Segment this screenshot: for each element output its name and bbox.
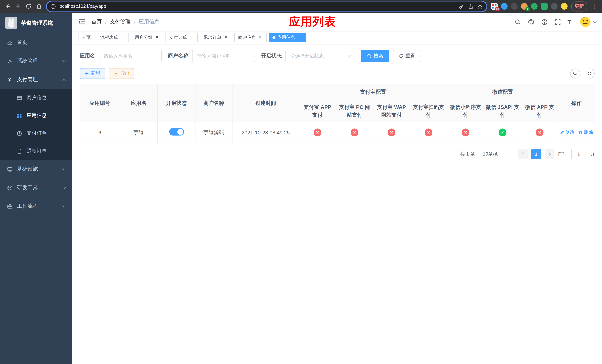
grid-icon <box>16 113 22 118</box>
extension-check-icon[interactable] <box>531 3 538 10</box>
show-search-icon[interactable] <box>570 68 580 78</box>
tab-refund-order[interactable]: 退款订单 × <box>200 32 232 42</box>
extension-puzzle-icon[interactable] <box>551 3 558 10</box>
reset-button[interactable]: 重置 <box>393 50 421 62</box>
page-size-select[interactable]: 10条/页 <box>479 149 514 159</box>
export-button-label: 导出 <box>120 70 129 77</box>
tab-process-form[interactable]: 流程表单 × <box>97 32 129 42</box>
dashboard-icon <box>7 40 13 45</box>
refresh-icon[interactable] <box>585 68 595 78</box>
home-icon[interactable] <box>34 1 44 11</box>
sidebar-logo[interactable]: 芋道管理系统 <box>0 13 72 33</box>
extension-note-icon[interactable] <box>541 3 548 10</box>
breadcrumb-separator: / <box>134 19 136 25</box>
breadcrumb-item[interactable]: 支付管理 <box>110 19 131 25</box>
pagination-total: 共 1 条 <box>460 151 475 157</box>
sidebar-item-merchant-info[interactable]: 商户信息 <box>0 89 72 107</box>
tab-user-group[interactable]: 用户分组 × <box>131 32 163 42</box>
extension-grid-icon[interactable]: 10 <box>491 3 498 10</box>
tab-label: 应用信息 <box>277 34 295 41</box>
sidebar-item-app-info[interactable]: 应用信息 <box>0 107 72 124</box>
status-select-input[interactable] <box>285 50 355 62</box>
sidebar: 芋道管理系统 首页 系统管理 ¥ 支付管理 <box>0 13 72 364</box>
cell-created: 2021-10-23 08:49:25 <box>232 122 299 143</box>
add-button[interactable]: 新增 <box>80 68 105 79</box>
sidebar-item-label: 工作流程 <box>17 203 38 210</box>
sidebar-item-system[interactable]: 系统管理 <box>0 52 72 70</box>
tab-merchant-info[interactable]: 商户信息 × <box>234 32 267 42</box>
wx-jsapi-status-icon <box>499 128 506 136</box>
close-icon[interactable]: × <box>223 35 228 40</box>
prev-page-button[interactable] <box>518 149 527 159</box>
close-icon[interactable]: × <box>120 35 125 40</box>
browser-menu-icon[interactable]: ⋮ <box>589 3 599 9</box>
user-menu[interactable] <box>579 16 596 28</box>
wx-mini-status-icon <box>462 128 469 136</box>
sidebar-item-infrastructure[interactable]: 基础设施 <box>0 160 72 179</box>
document-icon <box>16 148 22 154</box>
close-icon[interactable]: × <box>258 35 263 40</box>
goto-page-input[interactable] <box>571 149 586 159</box>
export-button[interactable]: 导出 <box>109 68 134 79</box>
browser-update-button[interactable]: 更新 <box>571 1 587 11</box>
site-info-icon[interactable] <box>50 3 56 9</box>
delete-link[interactable]: 删除 <box>578 129 593 136</box>
address-bar[interactable]: localhost:1024/pay/app <box>47 1 486 11</box>
cell-wx-mini <box>447 122 484 143</box>
status-select[interactable]: 请选择开启状态 <box>285 50 355 62</box>
edit-link[interactable]: 修改 <box>560 129 575 136</box>
extension-dark-icon[interactable] <box>511 3 517 10</box>
search-button[interactable]: 搜索 <box>361 50 389 62</box>
share-icon[interactable] <box>468 3 473 9</box>
help-icon[interactable] <box>541 18 548 26</box>
search-icon[interactable] <box>514 18 521 26</box>
tab-home[interactable]: 首页 <box>78 32 94 42</box>
tab-label: 首页 <box>82 34 91 41</box>
briefcase-icon <box>7 203 13 209</box>
close-icon[interactable]: × <box>297 35 302 40</box>
extension-face-icon[interactable] <box>561 3 568 10</box>
sidebar-item-refund-order[interactable]: 退款订单 <box>0 142 72 160</box>
app-name-input[interactable] <box>99 50 162 62</box>
sidebar-item-devtools[interactable]: 研发工具 <box>0 179 72 197</box>
cell-status <box>158 122 195 143</box>
extension-drop-icon[interactable] <box>501 3 508 10</box>
cell-app-name: 芋道 <box>120 122 158 143</box>
current-page-button[interactable]: 1 <box>531 149 541 159</box>
sidebar-item-pay-order[interactable]: 支付订单 <box>0 124 72 142</box>
password-key-icon[interactable] <box>459 3 464 9</box>
sidebar-item-workflow[interactable]: 工作流程 <box>0 197 72 215</box>
chevron-up-icon <box>62 78 66 82</box>
back-icon[interactable] <box>3 1 13 11</box>
extensions-area: 10 1 <box>491 3 568 10</box>
close-icon[interactable]: × <box>189 35 194 40</box>
github-icon[interactable] <box>527 18 535 26</box>
sidebar-collapse-icon[interactable] <box>78 18 86 26</box>
close-icon[interactable]: × <box>154 35 160 40</box>
breadcrumb-item[interactable]: 首页 <box>91 19 102 25</box>
reload-icon[interactable] <box>24 1 33 11</box>
monitor-icon <box>7 166 13 172</box>
sidebar-item-home[interactable]: 首页 <box>0 33 72 52</box>
edit-link-label: 修改 <box>565 129 575 136</box>
cell-merchant: 芋道源码 <box>195 122 232 143</box>
col-group-alipay: 支付宝配置 <box>299 84 447 100</box>
fullscreen-icon[interactable] <box>554 18 561 26</box>
bookmark-star-icon[interactable] <box>477 3 483 9</box>
extension-avatar-icon[interactable]: 1 <box>521 3 527 10</box>
font-size-icon[interactable]: TT <box>567 19 573 25</box>
merchant-name-input[interactable] <box>192 50 255 62</box>
url-text[interactable]: localhost:1024/pay/app <box>58 4 456 9</box>
chevron-down-icon <box>62 185 66 189</box>
forward-icon[interactable] <box>13 1 23 11</box>
cell-app-id: 6 <box>80 122 120 143</box>
browser-toolbar: localhost:1024/pay/app 10 1 <box>0 0 602 13</box>
table-tools <box>570 68 595 78</box>
page-unit-label: 页 <box>590 151 595 157</box>
tab-pay-order[interactable]: 支付订单 × <box>165 32 198 42</box>
sidebar-item-payment[interactable]: ¥ 支付管理 <box>0 70 72 89</box>
tab-app-info[interactable]: 应用信息 × <box>269 32 306 42</box>
table-row: 6 芋道 芋道源码 2021-10-23 08:49:25 <box>80 122 595 143</box>
next-page-button[interactable] <box>545 149 554 159</box>
status-toggle[interactable] <box>169 128 184 136</box>
